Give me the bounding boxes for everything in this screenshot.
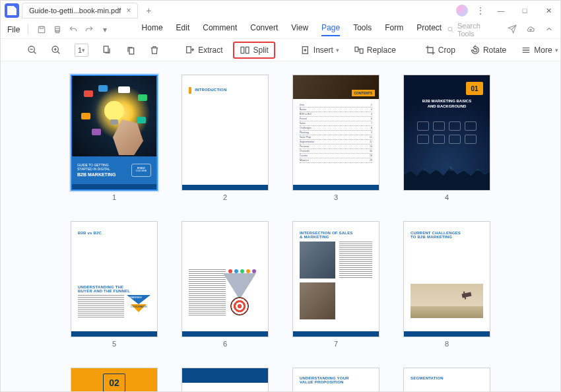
send-icon[interactable] — [508, 24, 517, 35]
menu-tools[interactable]: Tools — [353, 23, 372, 36]
svg-rect-7 — [104, 46, 108, 52]
extract-icon — [185, 45, 195, 55]
page-thumb-5[interactable]: B2B vs B2C UNDERSTANDING THE BUYER AND T… — [71, 221, 158, 337]
rotate-icon — [470, 45, 480, 55]
more-label: More — [534, 46, 552, 55]
crop-button[interactable]: Crop — [421, 44, 459, 57]
menu-page[interactable]: Page — [321, 23, 340, 36]
svg-rect-11 — [246, 47, 249, 53]
replace-label: Replace — [367, 46, 396, 55]
split-icon — [240, 45, 250, 55]
redo-icon[interactable] — [84, 24, 94, 35]
p11-title2: VALUE PROPOSITION — [300, 380, 372, 384]
extract-label: Extract — [198, 46, 222, 55]
minimize-button[interactable]: — — [493, 7, 509, 15]
cover-line2: STARTED IN DIGITAL — [77, 167, 116, 172]
page-dropdown-icon[interactable]: ▾ — [82, 47, 85, 53]
zoom-out-icon[interactable] — [27, 44, 38, 56]
cloud-icon[interactable] — [526, 24, 535, 35]
insert-page-after-icon[interactable] — [125, 44, 136, 56]
file-menu[interactable]: File — [7, 25, 20, 34]
svg-rect-13 — [355, 47, 358, 51]
undo-icon[interactable] — [68, 24, 79, 35]
page-toolbar: 1 ▾ Extract Split Insert ▾ Replace Crop … — [1, 39, 560, 61]
search-tools[interactable]: Search Tools — [447, 22, 498, 38]
thumbnail-grid: ◧ ◨ 🗑 GUIDE TO GETTIN — [34, 75, 527, 391]
rotate-button[interactable]: Rotate — [466, 44, 510, 57]
crop-icon — [425, 45, 436, 55]
page-thumb-12[interactable]: SEGMENTATION — [403, 368, 490, 391]
replace-button[interactable]: Replace — [350, 44, 400, 57]
add-tab-button[interactable]: + — [141, 5, 156, 16]
document-tab[interactable]: Guide-to-getti...book-min.pdf × — [22, 3, 138, 18]
menu-view[interactable]: View — [291, 23, 308, 36]
p8-title2: TO B2B MARKETING — [411, 235, 483, 239]
menu-convert[interactable]: Convert — [250, 23, 278, 36]
replace-icon — [354, 45, 364, 55]
insert-icon — [300, 45, 311, 55]
menu-bar: File ▾ Home Edit Comment Convert View Pa… — [1, 20, 560, 39]
thumb-label: 2 — [223, 193, 227, 201]
svg-rect-1 — [40, 26, 44, 28]
page-thumb-6[interactable] — [182, 221, 269, 337]
insert-page-before-icon[interactable] — [102, 44, 112, 56]
delete-page-icon[interactable] — [149, 44, 160, 56]
split-button[interactable]: Split — [233, 42, 275, 59]
expand-icon[interactable] — [544, 24, 554, 35]
user-avatar-icon[interactable] — [456, 5, 468, 16]
page-thumb-1[interactable]: ◧ ◨ 🗑 GUIDE TO GETTIN — [71, 75, 158, 191]
page-thumb-8[interactable]: CURRENT CHALLENGES TO B2B MARKETING — [403, 221, 490, 337]
close-window-button[interactable]: ✕ — [541, 7, 556, 15]
menu-home[interactable]: Home — [142, 23, 163, 36]
p7-title2: & MARKETING — [300, 235, 372, 239]
svg-rect-8 — [129, 48, 134, 53]
save-icon[interactable] — [36, 24, 47, 35]
insert-label: Insert — [314, 46, 333, 55]
menu-form[interactable]: Form — [385, 23, 403, 36]
p3-title: CONTENTS — [352, 90, 376, 96]
page-number-input[interactable]: 1 ▾ — [75, 44, 88, 57]
thumbnail-panel: ◧ ◨ 🗑 GUIDE TO GETTIN — [1, 61, 560, 391]
split-label: Split — [253, 46, 268, 55]
p9-number: 02 — [103, 374, 125, 392]
main-menu: Home Edit Comment Convert View Page Tool… — [142, 23, 442, 36]
more-icon — [521, 45, 531, 55]
svg-point-4 — [448, 27, 452, 31]
more-menu-icon[interactable]: ⋮ — [476, 5, 485, 16]
thumb-label: 5 — [112, 340, 116, 348]
chevron-down-icon: ▾ — [555, 47, 558, 53]
title-right-controls: ⋮ — □ ✕ — [456, 5, 556, 16]
cover-line3: B2B MARKETING — [77, 172, 116, 178]
document-tab-title: Guide-to-getti...book-min.pdf — [29, 7, 121, 15]
menu-protect[interactable]: Protect — [416, 23, 442, 36]
zoom-in-icon[interactable] — [51, 44, 61, 56]
p4-number: 01 — [466, 82, 483, 95]
maximize-button[interactable]: □ — [517, 7, 533, 15]
print-icon[interactable] — [52, 24, 63, 35]
title-bar: Guide-to-getti...book-min.pdf × + ⋮ — □ … — [1, 1, 560, 20]
page-thumb-11[interactable]: UNDERSTANDING YOUR VALUE PROPOSITION — [292, 368, 380, 391]
search-icon — [447, 26, 455, 34]
page-thumb-2[interactable]: INTRODUCTION — [182, 75, 269, 191]
p12-title: SEGMENTATION — [411, 376, 483, 380]
extract-button[interactable]: Extract — [181, 44, 226, 57]
thumb-label: 6 — [223, 340, 227, 348]
thumb-label: 4 — [445, 193, 449, 201]
page-thumb-7[interactable]: INTERSECTION OF SALES & MARKETING — [292, 221, 380, 337]
menu-comment[interactable]: Comment — [203, 23, 237, 36]
close-tab-icon[interactable]: × — [126, 6, 131, 15]
p5-title1: B2B vs B2C — [78, 231, 150, 235]
page-thumb-3[interactable]: CONTENTS Intro2 Basics4 B2B vs B2C5 Funn… — [292, 75, 380, 191]
thumb-label: 8 — [445, 340, 449, 348]
menu-edit[interactable]: Edit — [176, 23, 190, 36]
more-button[interactable]: More ▾ — [517, 44, 561, 57]
dropdown-icon[interactable]: ▾ — [100, 24, 110, 35]
svg-rect-0 — [39, 26, 45, 32]
page-thumb-4[interactable]: 01 B2B MARKETING BASICS AND BACKGROUND — [403, 75, 490, 191]
svg-rect-14 — [360, 49, 363, 53]
insert-button[interactable]: Insert ▾ — [296, 44, 343, 57]
page-thumb-9[interactable]: 02 PLANNING — [71, 368, 158, 391]
p5-title3: BUYER AND THE FUNNEL — [78, 289, 150, 293]
page-thumb-10[interactable] — [182, 368, 269, 391]
p4-line1: B2B MARKETING BASICS — [404, 99, 490, 104]
